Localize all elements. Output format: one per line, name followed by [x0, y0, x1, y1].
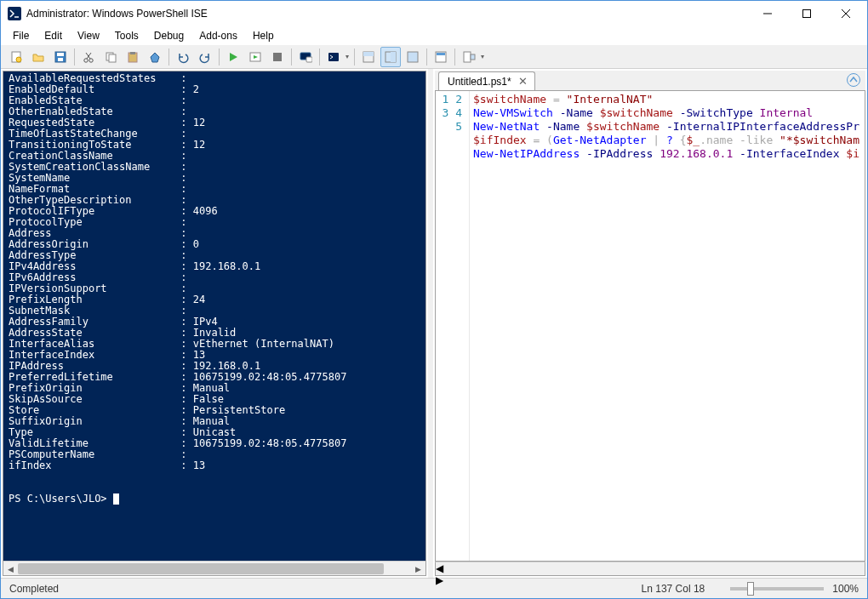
run-icon[interactable]	[223, 47, 243, 67]
svg-rect-25	[363, 52, 374, 56]
svg-rect-30	[437, 53, 445, 55]
console-output[interactable]: AvailableRequestedStates : EnabledDefaul…	[3, 71, 425, 561]
dropdown-icon[interactable]: ▾	[479, 53, 486, 60]
redo-icon[interactable]	[195, 47, 215, 67]
svg-rect-18	[130, 52, 135, 54]
line-gutter: 1 2 3 4 5	[436, 91, 470, 561]
powershell-tab-icon[interactable]	[323, 47, 344, 67]
scroll-left-icon[interactable]: ◀	[3, 562, 18, 576]
minimize-button[interactable]	[748, 1, 787, 26]
svg-rect-32	[471, 54, 475, 60]
dropdown-icon[interactable]: ▾	[344, 53, 351, 60]
script-editor[interactable]: 1 2 3 4 5 $switchName = "InternalNAT" Ne…	[435, 91, 865, 562]
svg-rect-23	[328, 53, 339, 61]
svg-rect-9	[57, 53, 64, 56]
editor-hscrollbar[interactable]: ◀ ▶	[435, 562, 865, 576]
zoom-thumb[interactable]	[747, 582, 754, 596]
scroll-right-icon[interactable]: ▶	[411, 562, 425, 576]
svg-rect-16	[109, 54, 116, 62]
svg-line-13	[87, 53, 91, 59]
code-area[interactable]: $switchName = "InternalNAT" New-VMSwitch…	[470, 91, 865, 561]
window-title: Administrator: Windows PowerShell ISE	[26, 8, 748, 20]
menu-file[interactable]: File	[6, 28, 36, 43]
menu-tools[interactable]: Tools	[108, 28, 146, 43]
cut-icon[interactable]	[78, 47, 99, 67]
maximize-button[interactable]	[787, 1, 826, 26]
splitter[interactable]	[428, 69, 433, 578]
svg-rect-22	[306, 57, 312, 62]
toolbar: ▾ ▾	[1, 45, 867, 69]
svg-line-14	[86, 53, 90, 59]
copy-icon[interactable]	[100, 47, 121, 67]
console-hscrollbar[interactable]: ◀ ▶	[3, 561, 425, 575]
layout-script-right-icon[interactable]	[380, 47, 401, 67]
scroll-left-icon[interactable]: ◀	[436, 562, 865, 574]
save-icon[interactable]	[50, 47, 71, 67]
paste-icon[interactable]	[123, 47, 143, 67]
svg-point-11	[84, 58, 88, 61]
close-tab-icon[interactable]: ✕	[517, 75, 529, 88]
remote-icon[interactable]	[295, 47, 316, 67]
tab-label: Untitled1.ps1*	[448, 76, 511, 88]
scrollbar-thumb[interactable]	[18, 563, 384, 574]
svg-rect-31	[464, 52, 471, 62]
undo-icon[interactable]	[173, 47, 193, 67]
layout-script-max-icon[interactable]	[403, 47, 423, 67]
svg-point-12	[89, 58, 93, 61]
collapse-script-icon[interactable]	[847, 73, 860, 87]
svg-rect-10	[58, 58, 63, 61]
titlebar[interactable]: Administrator: Windows PowerShell ISE	[1, 1, 867, 26]
svg-rect-28	[408, 52, 418, 62]
run-selection-icon[interactable]	[245, 47, 266, 67]
menubar: File Edit View Tools Debug Add-ons Help	[1, 26, 867, 45]
menu-debug[interactable]: Debug	[147, 28, 191, 43]
svg-rect-3	[803, 10, 811, 18]
app-icon	[8, 7, 21, 20]
menu-help[interactable]: Help	[246, 28, 281, 43]
open-icon[interactable]	[28, 47, 49, 67]
editor-pane: Untitled1.ps1* ✕ 1 2 3 4 5 $switchName =…	[435, 71, 865, 576]
show-command-icon[interactable]	[431, 47, 451, 67]
svg-rect-20	[273, 53, 282, 61]
console-pane: AvailableRequestedStates : EnabledDefaul…	[3, 71, 426, 576]
menu-edit[interactable]: Edit	[37, 28, 69, 43]
close-button[interactable]	[826, 1, 865, 26]
clear-icon[interactable]	[145, 47, 165, 67]
tab-untitled[interactable]: Untitled1.ps1* ✕	[438, 71, 535, 90]
scroll-right-icon[interactable]: ▶	[436, 574, 865, 586]
menu-view[interactable]: View	[71, 28, 106, 43]
stop-icon[interactable]	[267, 47, 288, 67]
zoom-slider[interactable]	[730, 587, 824, 590]
layout-script-top-icon[interactable]	[358, 47, 379, 67]
svg-rect-27	[391, 52, 396, 62]
menu-addons[interactable]: Add-ons	[192, 28, 244, 43]
new-icon[interactable]	[6, 47, 26, 67]
show-command-addon-icon[interactable]	[459, 47, 479, 67]
svg-point-7	[16, 57, 21, 62]
tabstrip: Untitled1.ps1* ✕	[435, 71, 865, 91]
